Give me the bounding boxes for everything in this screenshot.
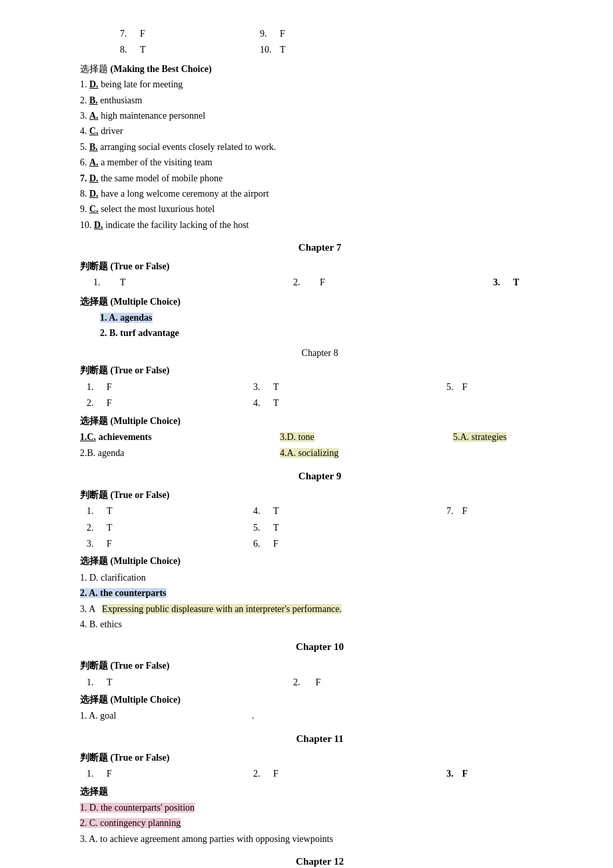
- answer-9-val: F: [280, 27, 285, 41]
- chapter11-heading: Chapter 11: [80, 731, 560, 747]
- c8-tf-3-val: T: [273, 380, 446, 395]
- chapter8-section: Chapter 8 判断题 (True or False) 1. F 3. T …: [80, 346, 560, 461]
- mbc-item-9: 9. C. select the most luxurious hotel: [80, 202, 560, 217]
- c8-tf-3-num: 3.: [253, 380, 273, 395]
- mbc-item-8: 8. D. have a long welcome ceremony at th…: [80, 187, 560, 201]
- c11-tf-3-num: 3.: [446, 767, 460, 781]
- answer-8-val: T: [140, 43, 260, 57]
- c9-mc-2: 2. A. the counterparts: [80, 586, 560, 601]
- c11-mc-2: 2. C. contingency planning: [80, 816, 560, 831]
- chapter11-tf-heading: 判断题 (True or False): [80, 751, 560, 765]
- chapter8-tf-heading: 判断题 (True or False): [80, 363, 560, 378]
- chapter7-tf-section: 判断题 (True or False) 1. T 2. F 3. T: [80, 259, 560, 291]
- c9-tf-7-num: 7.: [446, 504, 460, 519]
- chapter9-heading: Chapter 9: [80, 468, 560, 484]
- mbc-item-6: 6. A. a member of the visiting team: [80, 155, 560, 170]
- c11-mc-3: 3. A. to achieve agreement among parties…: [80, 832, 560, 847]
- top-answer-row-1: 7. F 9. F: [120, 27, 560, 41]
- chapter7-section: Chapter 7 判断题 (True or False) 1. T 2. F …: [80, 239, 560, 341]
- c7-tf-3-val: T: [513, 275, 519, 290]
- c10-tf-1-num: 1.: [87, 675, 107, 690]
- chapter7-mc-item-2: 2. B. turf advantage: [100, 326, 560, 341]
- c9-mc-3: 3. A Expressing public displeasure with …: [80, 602, 560, 617]
- c8-mc-5: 5.A. strategies: [453, 430, 506, 445]
- c8-mc-1: 1.C. achievements: [80, 430, 280, 445]
- chapter7-mc-section: 选择题 (Multiple Choice) 1. A. agendas 2. B…: [80, 295, 560, 341]
- chapter8-mc-heading: 选择题 (Multiple Choice): [80, 414, 560, 429]
- chapter10-mc-heading: 选择题 (Multiple Choice): [80, 693, 560, 707]
- mbc-item-7: 7. D. the same model of mobile phone: [80, 171, 560, 186]
- c10-tf-2-val: F: [316, 675, 321, 690]
- answer-10-num: 10.: [260, 43, 280, 57]
- answer-9-num: 9.: [260, 27, 280, 41]
- chapter7-tf-row1: 1. T 2. F 3. T: [93, 275, 560, 290]
- answer-10-val: T: [280, 43, 286, 57]
- c9-tf-6-val: F: [273, 537, 279, 551]
- chapter10-heading: Chapter 10: [80, 639, 560, 655]
- chapter12-heading: Chapter 12: [80, 853, 560, 868]
- c10-tf-1-val: T: [107, 675, 293, 690]
- c9-tf-5-val: T: [273, 521, 279, 535]
- c8-tf-2-num: 2.: [87, 396, 107, 411]
- c10-tf-2-num: 2.: [293, 675, 313, 690]
- c9-tf-5-num: 5.: [253, 521, 273, 535]
- c9-tf-1-num: 1.: [87, 504, 107, 519]
- c7-tf-1-val: T: [120, 275, 293, 290]
- answer-8-num: 8.: [120, 43, 140, 57]
- chapter10-mc-section: 选择题 (Multiple Choice) 1. A. goal .: [80, 693, 560, 724]
- c9-tf-6-num: 6.: [253, 537, 273, 551]
- chapter9-tf-row1: 1. T 4. T 7. F: [87, 504, 560, 519]
- mbc-item-4: 4. C. driver: [80, 124, 560, 139]
- mbc-item-1: 1. D. being late for meeting: [80, 77, 560, 92]
- c9-tf-4-num: 4.: [253, 504, 273, 519]
- chapter9-mc-heading: 选择题 (Multiple Choice): [80, 554, 560, 569]
- chapter10-tf-section: 判断题 (True or False) 1. T 2. F: [80, 659, 560, 690]
- c11-mc-1: 1. D. the counterparts' position: [80, 801, 560, 815]
- making-best-choice-section: 选择题 (Making the Best Choice) 1. D. being…: [80, 62, 560, 233]
- c11-tf-1-num: 1.: [87, 767, 107, 781]
- chapter8-mc-row2: 2.B. agenda 4.A. socializing: [80, 446, 560, 461]
- c8-tf-2-val: F: [107, 396, 253, 411]
- top-answer-row-2: 8. T 10. T: [120, 43, 560, 57]
- answer-7-num: 7.: [120, 27, 140, 41]
- chapter8-tf-section: 判断题 (True or False) 1. F 3. T 5. F 2. F …: [80, 363, 560, 411]
- c8-tf-4-num: 4.: [253, 396, 273, 411]
- chapter11-tf-row1: 1. F 2. F 3. F: [87, 767, 560, 781]
- c9-tf-3-val: F: [107, 537, 253, 551]
- chapter12-section: Chapter 12 判断题 (True or False) 1. T 2. F…: [80, 853, 560, 868]
- c8-mc-4: 4.A. socializing: [280, 446, 338, 461]
- mbc-item-5: 5. B. arranging social events closely re…: [80, 140, 560, 155]
- c8-mc-3: 3.D. tone: [280, 430, 453, 445]
- chapter8-tf-row1: 1. F 3. T 5. F: [87, 380, 560, 395]
- chapter11-mc-section: 选择题 1. D. the counterparts' position 2. …: [80, 785, 560, 847]
- chapter8-mc-row1: 1.C. achievements 3.D. tone 5.A. strateg…: [80, 430, 560, 445]
- chapter7-mc-heading: 选择题 (Multiple Choice): [80, 295, 560, 309]
- chapter7-tf-heading: 判断题 (True or False): [80, 259, 560, 274]
- heading-cn-mbc: 选择题: [80, 64, 108, 74]
- chapter9-tf-row3: 3. F 6. F: [87, 537, 560, 551]
- c8-tf-5-num: 5.: [446, 380, 460, 395]
- c9-tf-2-num: 2.: [87, 521, 107, 535]
- chapter11-mc-heading: 选择题: [80, 785, 560, 799]
- c9-mc-4: 4. B. ethics: [80, 617, 560, 632]
- c9-tf-7-val: F: [462, 504, 468, 519]
- c8-tf-1-val: F: [107, 380, 253, 395]
- c8-mc-2: 2.B. agenda: [80, 446, 280, 461]
- c7-tf-3-num: 3.: [493, 275, 506, 290]
- chapter7-heading: Chapter 7: [80, 239, 560, 255]
- c9-tf-4-val: T: [273, 504, 446, 519]
- c11-tf-1-val: F: [107, 767, 253, 781]
- c9-tf-1-val: T: [107, 504, 253, 519]
- c11-tf-2-val: F: [273, 767, 446, 781]
- chapter9-mc-section: 选择题 (Multiple Choice) 1. D. clarificatio…: [80, 554, 560, 632]
- c11-tf-2-num: 2.: [253, 767, 273, 781]
- chapter10-tf-row1: 1. T 2. F: [87, 675, 560, 690]
- chapter8-tf-row2: 2. F 4. T: [87, 396, 560, 411]
- c7-tf-3-spacer: [506, 275, 513, 290]
- mbc-item-3: 3. A. high maintenance personnel: [80, 109, 560, 123]
- top-answers-section: 7. F 9. F 8. T 10. T: [80, 27, 560, 58]
- c8-tf-1-num: 1.: [87, 380, 107, 395]
- c8-tf-4-val: T: [273, 396, 279, 411]
- c9-mc-1: 1. D. clarification: [80, 571, 560, 585]
- chapter9-tf-row2: 2. T 5. T: [87, 521, 560, 535]
